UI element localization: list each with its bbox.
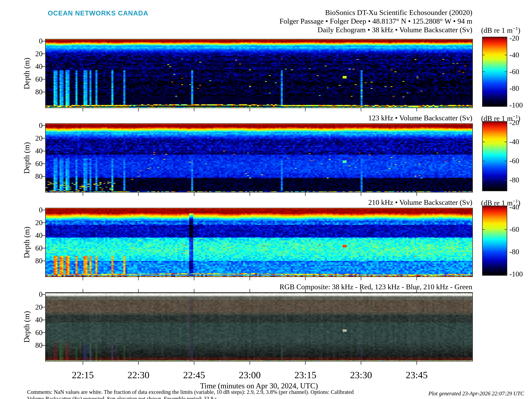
colorbar-tick-label: -40 <box>509 51 519 59</box>
y-tick-label: 0 <box>23 206 43 214</box>
x-tick-label: 23:45 <box>406 370 428 380</box>
comments-line2: Volume Backscatter (Sv) requested, Sun e… <box>27 395 218 399</box>
x-tick <box>417 192 417 196</box>
colorbar-tick-label: -20 <box>509 119 519 126</box>
colorbar-tick <box>505 252 507 252</box>
x-tick <box>361 108 361 111</box>
header-instrument: BioSonics DT-Xu Scientific Echosounder (… <box>325 8 472 17</box>
x-tick <box>194 361 194 365</box>
colorbar-tick <box>483 71 485 72</box>
x-tick <box>250 361 250 365</box>
y-tick-label: 80 <box>23 173 43 180</box>
x-tick <box>138 289 139 292</box>
y-tick-label: 80 <box>23 342 43 349</box>
x-tick <box>250 289 250 292</box>
y-tick-label: 20 <box>23 304 43 311</box>
colorbar-tick-label: -80 <box>509 176 519 184</box>
x-tick <box>138 361 139 365</box>
x-tick-label: 22:30 <box>127 370 149 380</box>
y-tick-label: 80 <box>23 257 43 265</box>
x-tick-label: 23:30 <box>350 370 372 380</box>
colorbar-tick <box>483 55 485 55</box>
colorbar-tick <box>483 142 485 142</box>
x-tick <box>83 277 83 280</box>
echogram-panel-123khz <box>45 123 473 192</box>
echogram-38khz-canvas <box>46 39 472 108</box>
x-tick <box>83 289 83 292</box>
colorbar-tick <box>505 38 507 38</box>
y-tick-label: 20 <box>23 219 43 226</box>
colorbar-tick-label: -100 <box>509 101 523 109</box>
colorbar-tick <box>505 207 507 208</box>
colorbar-tick-label: -100 <box>509 271 523 278</box>
panel-title-composite: RGB Composite: 38 kHz - Red, 123 kHz - B… <box>279 283 472 291</box>
echogram-panel-210khz <box>45 208 473 277</box>
x-tick <box>417 361 417 365</box>
x-tick <box>83 108 83 111</box>
x-tick-label: 22:15 <box>72 370 94 380</box>
echogram-composite-canvas <box>46 293 472 361</box>
echogram-210khz-canvas <box>46 208 472 277</box>
colorbar-tick-label: -80 <box>509 248 519 255</box>
colorbar-tick <box>505 55 507 55</box>
x-tick <box>417 289 417 292</box>
colorbar-tick <box>505 71 507 72</box>
x-tick <box>361 277 361 280</box>
x-tick <box>250 277 250 280</box>
colorbar-tick <box>483 180 485 180</box>
y-tick-label: 20 <box>23 135 43 142</box>
colorbar-tick <box>505 88 507 89</box>
x-tick <box>305 277 306 280</box>
colorbar-tick <box>483 161 485 161</box>
echogram-panel-composite <box>45 292 473 361</box>
colorbar-tick-label: -60 <box>509 68 519 76</box>
x-tick <box>138 108 139 111</box>
colorbar-tick <box>483 38 485 38</box>
x-tick <box>194 192 194 196</box>
colorbar-tick-label: -20 <box>509 35 519 42</box>
colorbar-38khz-canvas <box>483 37 507 106</box>
colorbar-210khz <box>482 206 507 276</box>
x-tick <box>361 192 361 196</box>
y-axis-label: Depth (m) <box>22 142 31 174</box>
ocean-networks-canada-logo: OCEAN NETWORKS CANADA <box>48 9 148 17</box>
colorbar-210khz-canvas <box>483 206 507 275</box>
x-tick <box>305 108 306 111</box>
colorbar-tick <box>483 207 485 208</box>
colorbar-tick-label: -60 <box>509 157 519 165</box>
colorbar-title-38khz: (dB re 1 m−1) <box>481 25 520 35</box>
echogram-panel-38khz <box>45 39 473 108</box>
colorbar-38khz <box>482 37 507 107</box>
panel-title-38khz: Daily Echogram • 38 kHz • Volume Backsca… <box>317 25 472 34</box>
comments-line1: Comments: NaN values are white. The frac… <box>27 389 354 395</box>
x-tick-label: 22:45 <box>183 370 205 380</box>
y-tick-label: 80 <box>23 88 43 95</box>
echogram-123khz-canvas <box>46 124 472 192</box>
x-tick <box>250 192 250 196</box>
x-tick-label: 23:15 <box>294 370 316 380</box>
y-tick-label: 20 <box>23 50 43 57</box>
header-location: Folger Passage • Folger Deep • 48.8137° … <box>279 17 472 25</box>
y-tick-label: 0 <box>23 291 43 298</box>
x-tick-label: 23:00 <box>239 370 261 380</box>
y-tick-label: 0 <box>23 38 43 45</box>
colorbar-tick-label: -40 <box>509 138 519 146</box>
colorbar-tick <box>483 229 485 230</box>
colorbar-tick <box>483 122 485 123</box>
colorbar-tick <box>505 274 507 274</box>
x-tick <box>250 108 250 111</box>
x-tick <box>361 361 361 365</box>
y-axis-label: Depth (m) <box>22 227 31 258</box>
x-tick <box>194 108 194 111</box>
colorbar-tick <box>505 180 507 180</box>
colorbar-tick-label: -40 <box>509 203 519 211</box>
x-tick <box>194 289 194 292</box>
y-tick-label: 0 <box>23 122 43 129</box>
colorbar-tick <box>483 105 485 106</box>
colorbar-tick <box>505 142 507 142</box>
x-tick <box>138 192 139 196</box>
panel-title-210khz: 210 kHz • Volume Backscatter (Sv) <box>368 198 472 207</box>
colorbar-tick <box>483 274 485 274</box>
x-tick <box>417 277 417 280</box>
colorbar-tick <box>483 88 485 89</box>
